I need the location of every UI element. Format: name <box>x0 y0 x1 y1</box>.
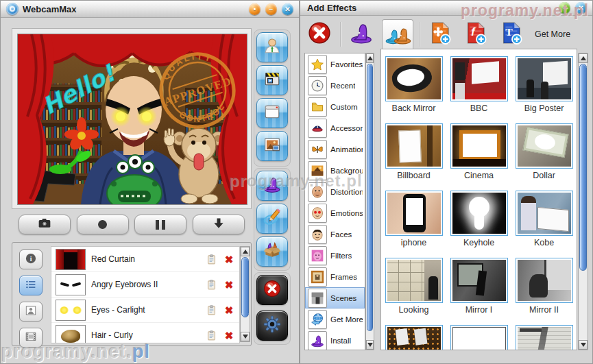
list-view-button[interactable] <box>19 276 43 295</box>
applied-list-scrollbar[interactable] <box>240 246 250 342</box>
effect-mirror-ii[interactable]: Mirror II <box>511 258 577 325</box>
effects-pack-button[interactable] <box>256 236 288 267</box>
delete-effect-icon[interactable]: ✖ <box>223 278 235 291</box>
scroll-up-arrow[interactable] <box>241 247 250 256</box>
category-filters[interactable]: Filters <box>305 245 365 266</box>
clipboard-icon[interactable] <box>205 278 217 291</box>
effect-thumbnail-frame <box>385 325 443 350</box>
snapshot-button[interactable] <box>19 215 71 234</box>
delete-effect-icon[interactable]: ✖ <box>223 329 235 341</box>
applied-effect-row[interactable]: Angry Eyebrows II✖ <box>51 272 239 298</box>
category-backgrounds[interactable]: Backgrounds <box>305 160 365 181</box>
effect-big-poster[interactable]: Big Poster <box>511 56 577 123</box>
doodle-button[interactable] <box>256 204 288 234</box>
effect-bbc[interactable]: BBC <box>446 56 511 123</box>
view-buttons: i <box>19 250 43 348</box>
video-source-button[interactable] <box>256 65 288 95</box>
toolbar-separator <box>340 22 341 47</box>
applied-effect-row[interactable]: Red Curtain✖ <box>51 247 239 272</box>
webcam-source-button[interactable] <box>256 32 288 62</box>
add-flash-button[interactable]: f <box>461 19 491 49</box>
scroll-up-arrow[interactable] <box>366 53 374 63</box>
settings-button[interactable] <box>256 311 288 341</box>
effect-billboard[interactable]: Billboard <box>381 123 446 191</box>
clipboard-icon[interactable] <box>205 253 217 265</box>
scroll-down-arrow[interactable] <box>579 340 588 350</box>
add-text-button[interactable]: T <box>496 19 527 49</box>
category-custom[interactable]: Custom <box>305 96 365 117</box>
effect-keyhole[interactable]: Keyhole <box>446 191 511 258</box>
effect-dollar[interactable]: Dollar <box>511 123 577 191</box>
effect-thumbnail-frame <box>516 325 573 350</box>
close-panel-button[interactable]: ✕ <box>575 2 587 14</box>
category-frames[interactable]: Frames <box>305 266 365 287</box>
effect-stadium[interactable] <box>381 325 446 350</box>
effect-kobe[interactable]: Kobe <box>511 191 577 258</box>
close-button[interactable]: ✕ <box>282 3 293 15</box>
applied-effect-row[interactable]: Eyes - Carlight✖ <box>51 298 239 323</box>
scroll-down-arrow[interactable] <box>366 340 374 350</box>
single-effects-tab[interactable] <box>346 19 376 49</box>
add-photo-button[interactable] <box>425 19 455 49</box>
clipboard-icon[interactable] <box>205 329 217 341</box>
category-emotions[interactable]: Emotions <box>305 202 365 223</box>
effect-mirror-i[interactable]: Mirror I <box>446 258 511 325</box>
effects-button[interactable] <box>256 171 288 201</box>
delete-effect-icon[interactable]: ✖ <box>223 253 235 265</box>
minimize-button[interactable]: − <box>265 3 277 15</box>
category-faces[interactable]: Faces <box>305 223 365 245</box>
effect-back-mirror[interactable]: Back Mirror <box>381 56 446 123</box>
pause-button[interactable] <box>134 215 186 234</box>
category-recent[interactable]: Recent <box>305 75 365 96</box>
svg-text:i: i <box>30 254 32 262</box>
folder-icon <box>308 97 327 117</box>
video-view-button[interactable] <box>19 328 43 348</box>
no-effect-button[interactable] <box>304 19 335 49</box>
effects-titlebar[interactable]: Add Effects +✕ <box>300 1 592 16</box>
category-label: Animations <box>330 145 363 154</box>
info-button[interactable]: i <box>19 250 43 269</box>
effect-thumbnail <box>387 260 441 301</box>
save-button[interactable] <box>193 215 245 234</box>
about-button[interactable]: • <box>249 3 261 15</box>
grid-scrollbar[interactable] <box>578 53 588 350</box>
video-preview: Hello! QUALITY CONTROL APPROVED <box>17 34 247 205</box>
screen-source-button[interactable] <box>256 98 288 128</box>
stop-effects-button[interactable] <box>256 275 288 305</box>
doc-flash-plus-icon: f <box>464 21 487 47</box>
effect-thumbnail <box>452 260 506 301</box>
category-install[interactable]: Install <box>305 330 365 350</box>
window-title: WebcamMax <box>23 4 77 14</box>
pip-button[interactable] <box>256 131 288 161</box>
effect-looking[interactable]: Looking <box>381 258 446 325</box>
category-favorites[interactable]: Favorites <box>305 53 365 75</box>
applied-effect-row[interactable]: Hair - Curly✖ <box>51 323 239 343</box>
effect-cinema[interactable]: Cinema <box>446 123 511 191</box>
effect-label: Cinema <box>464 171 494 180</box>
category-distortions[interactable]: Distortions <box>305 181 365 202</box>
scroll-down-arrow[interactable] <box>241 332 250 341</box>
category-animations[interactable]: Animations <box>305 138 365 160</box>
clipboard-icon[interactable] <box>205 304 217 316</box>
category-scrollbar[interactable] <box>365 53 374 350</box>
category-accessories[interactable]: TAccessories <box>305 117 365 138</box>
delete-effect-icon[interactable]: ✖ <box>223 304 235 316</box>
category-get-more[interactable]: Get More <box>305 308 365 330</box>
scroll-up-arrow[interactable] <box>579 53 588 63</box>
image-view-button[interactable] <box>19 302 43 321</box>
pin-button[interactable]: + <box>559 2 570 14</box>
film-clapper-icon <box>263 70 281 90</box>
scrollbar-thumb[interactable] <box>367 64 373 331</box>
scrollbar-thumb[interactable] <box>579 64 587 271</box>
scrollbar-thumb[interactable] <box>241 257 249 317</box>
effect-thumbnail-frame <box>385 123 443 169</box>
red-x-sphere-icon <box>308 21 331 47</box>
effect-thumb-hair <box>56 325 86 344</box>
record-button[interactable] <box>77 215 129 234</box>
effect-newspaper[interactable] <box>511 325 577 350</box>
wizard-hat-purple-icon <box>350 21 373 47</box>
effect-iphone[interactable]: iphone <box>381 191 446 258</box>
effect-blank[interactable] <box>446 325 511 350</box>
main-titlebar[interactable]: WebcamMax •−✕ <box>1 1 299 18</box>
category-scenes[interactable]: Scenes <box>305 287 365 308</box>
